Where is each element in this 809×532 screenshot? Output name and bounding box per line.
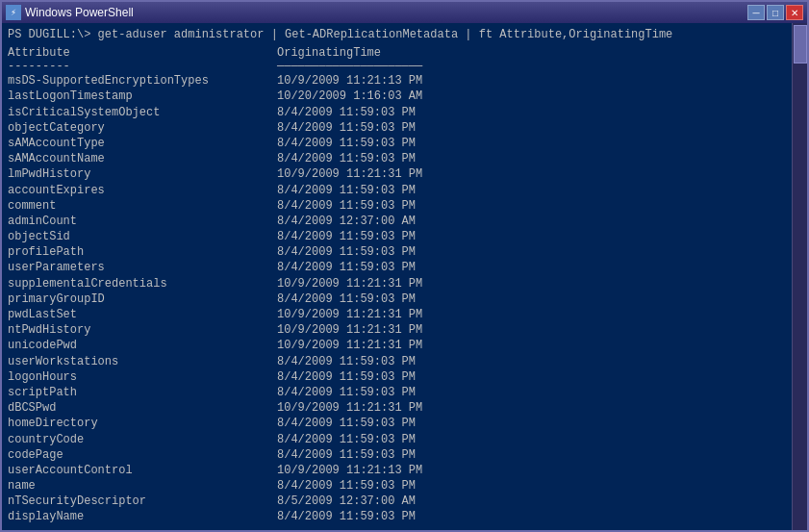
time-cell: 10/9/2009 11:21:13 PM bbox=[277, 463, 422, 478]
window-title: Windows PowerShell bbox=[25, 6, 134, 19]
attr-cell: name bbox=[8, 478, 277, 494]
terminal-body[interactable]: PS DUGILL:\> get-aduser administrator | … bbox=[2, 23, 807, 530]
time-cell: 8/4/2009 11:59:03 PM bbox=[277, 198, 416, 214]
table-row: sAMAccountName8/4/2009 11:59:03 PM bbox=[8, 151, 784, 166]
table-row: isCriticalSystemObject8/4/2009 11:59:03 … bbox=[8, 105, 784, 120]
attr-cell: logonHours bbox=[8, 369, 277, 385]
table-row: lmPwdHistory10/9/2009 11:21:31 PM bbox=[8, 166, 784, 182]
time-cell: 8/4/2009 11:59:03 PM bbox=[277, 525, 416, 526]
attr-cell: pwdLastSet bbox=[8, 307, 277, 322]
table-row: logonHours8/4/2009 11:59:03 PM bbox=[8, 369, 784, 385]
table-row: unicodePwd10/9/2009 11:21:31 PM bbox=[8, 338, 784, 353]
table-row: sAMAccountType8/4/2009 11:59:03 PM bbox=[8, 136, 784, 151]
time-cell: 10/9/2009 11:21:13 PM bbox=[277, 73, 422, 89]
attr-cell: userAccountControl bbox=[8, 463, 277, 478]
table-row: countryCode8/4/2009 11:59:03 PM bbox=[8, 432, 784, 447]
time-cell: 8/4/2009 11:59:03 PM bbox=[277, 151, 416, 166]
table-row: msDS-SupportedEncryptionTypes10/9/2009 1… bbox=[8, 73, 784, 89]
attr-cell: adminCount bbox=[8, 214, 277, 229]
table-row: nTSecurityDescriptor8/5/2009 12:37:00 AM bbox=[8, 494, 784, 509]
title-bar-left: ⚡ Windows PowerShell bbox=[6, 5, 134, 20]
attr-cell: sAMAccountName bbox=[8, 151, 277, 166]
attr-cell: displayName bbox=[8, 509, 277, 524]
time-cell: 8/4/2009 11:59:03 PM bbox=[277, 136, 416, 151]
attr-cell: accountExpires bbox=[8, 183, 277, 198]
table-row: userAccountControl10/9/2009 11:21:13 PM bbox=[8, 463, 784, 478]
time-cell: 10/9/2009 11:21:31 PM bbox=[277, 276, 422, 291]
time-cell: 10/9/2009 11:21:31 PM bbox=[277, 166, 422, 182]
attr-cell: objectSid bbox=[8, 229, 277, 244]
attr-cell: unicodePwd bbox=[8, 338, 277, 353]
window-icon: ⚡ bbox=[6, 5, 21, 20]
time-cell: 8/4/2009 11:59:03 PM bbox=[277, 183, 416, 198]
table-row: objectSid8/4/2009 11:59:03 PM bbox=[8, 229, 784, 244]
terminal-content: PS DUGILL:\> get-aduser administrator | … bbox=[8, 27, 801, 526]
time-cell: 10/20/2009 1:16:03 AM bbox=[277, 89, 422, 104]
attr-cell: userParameters bbox=[8, 260, 277, 275]
time-cell: 10/9/2009 11:21:31 PM bbox=[277, 338, 422, 353]
table-row: lastLogonTimestamp10/20/2009 1:16:03 AM bbox=[8, 89, 784, 104]
table-row: whenCreated8/4/2009 11:59:03 PM bbox=[8, 525, 784, 526]
attr-cell: nTSecurityDescriptor bbox=[8, 494, 277, 509]
time-cell: 8/5/2009 12:37:00 AM bbox=[277, 494, 416, 509]
table-row: codePage8/4/2009 11:59:03 PM bbox=[8, 447, 784, 463]
attr-separator: --------- bbox=[8, 60, 277, 73]
scrollbar[interactable] bbox=[792, 23, 807, 530]
table-row: ntPwdHistory10/9/2009 11:21:31 PM bbox=[8, 322, 784, 338]
time-cell: 10/9/2009 11:21:31 PM bbox=[277, 322, 422, 338]
table-row: supplementalCredentials10/9/2009 11:21:3… bbox=[8, 276, 784, 291]
attr-cell: lmPwdHistory bbox=[8, 166, 277, 182]
attr-cell: msDS-SupportedEncryptionTypes bbox=[8, 73, 277, 89]
attr-cell: scriptPath bbox=[8, 385, 277, 400]
time-cell: 8/4/2009 11:59:03 PM bbox=[277, 105, 416, 120]
time-cell: 10/9/2009 11:21:31 PM bbox=[277, 400, 422, 416]
attr-cell: primaryGroupID bbox=[8, 291, 277, 307]
close-button[interactable]: ✕ bbox=[786, 5, 803, 20]
time-cell: 8/4/2009 11:59:03 PM bbox=[277, 447, 416, 463]
attr-cell: whenCreated bbox=[8, 525, 277, 526]
table-row: homeDirectory8/4/2009 11:59:03 PM bbox=[8, 416, 784, 431]
table-row: dBCSPwd10/9/2009 11:21:31 PM bbox=[8, 400, 784, 416]
time-cell: 8/4/2009 11:59:03 PM bbox=[277, 432, 416, 447]
time-cell: 8/4/2009 11:59:03 PM bbox=[277, 385, 416, 400]
attr-cell: objectCategory bbox=[8, 120, 277, 136]
table-row: accountExpires8/4/2009 11:59:03 PM bbox=[8, 183, 784, 198]
command-line: PS DUGILL:\> get-aduser administrator | … bbox=[8, 27, 784, 42]
time-cell: 8/4/2009 11:59:03 PM bbox=[277, 291, 416, 307]
scrollbar-thumb[interactable] bbox=[794, 25, 807, 63]
data-rows: msDS-SupportedEncryptionTypes10/9/2009 1… bbox=[8, 73, 784, 526]
time-cell: 8/4/2009 11:59:03 PM bbox=[277, 478, 416, 494]
separator-row: --------- ───────────────────── bbox=[8, 60, 784, 73]
table-row: objectCategory8/4/2009 11:59:03 PM bbox=[8, 120, 784, 136]
table-row: adminCount8/4/2009 12:37:00 AM bbox=[8, 214, 784, 229]
attr-cell: sAMAccountType bbox=[8, 136, 277, 151]
header-row: Attribute OriginatingTime bbox=[8, 46, 784, 60]
attr-cell: lastLogonTimestamp bbox=[8, 89, 277, 104]
time-cell: 8/4/2009 11:59:03 PM bbox=[277, 260, 416, 275]
powershell-window: ⚡ Windows PowerShell ─ □ ✕ PS DUGILL:\> … bbox=[0, 0, 809, 532]
time-cell: 8/4/2009 11:59:03 PM bbox=[277, 416, 416, 431]
table-row: comment8/4/2009 11:59:03 PM bbox=[8, 198, 784, 214]
table-row: userParameters8/4/2009 11:59:03 PM bbox=[8, 260, 784, 275]
attr-header: Attribute bbox=[8, 46, 277, 60]
time-header: OriginatingTime bbox=[277, 46, 381, 60]
time-cell: 8/4/2009 11:59:03 PM bbox=[277, 369, 416, 385]
attr-cell: profilePath bbox=[8, 244, 277, 260]
attr-cell: codePage bbox=[8, 447, 277, 463]
time-separator: ───────────────────── bbox=[277, 60, 422, 73]
time-cell: 8/4/2009 11:59:03 PM bbox=[277, 120, 416, 136]
title-bar-buttons: ─ □ ✕ bbox=[747, 5, 803, 20]
table-row: displayName8/4/2009 11:59:03 PM bbox=[8, 509, 784, 524]
maximize-button[interactable]: □ bbox=[767, 5, 784, 20]
minimize-button[interactable]: ─ bbox=[747, 5, 765, 20]
table-row: profilePath8/4/2009 11:59:03 PM bbox=[8, 244, 784, 260]
attr-cell: comment bbox=[8, 198, 277, 214]
attr-cell: homeDirectory bbox=[8, 416, 277, 431]
title-bar: ⚡ Windows PowerShell ─ □ ✕ bbox=[2, 2, 807, 23]
attr-cell: ntPwdHistory bbox=[8, 322, 277, 338]
attr-cell: isCriticalSystemObject bbox=[8, 105, 277, 120]
time-cell: 8/4/2009 11:59:03 PM bbox=[277, 509, 416, 524]
time-cell: 8/4/2009 11:59:03 PM bbox=[277, 229, 416, 244]
time-cell: 8/4/2009 11:59:03 PM bbox=[277, 354, 416, 369]
table-row: name8/4/2009 11:59:03 PM bbox=[8, 478, 784, 494]
